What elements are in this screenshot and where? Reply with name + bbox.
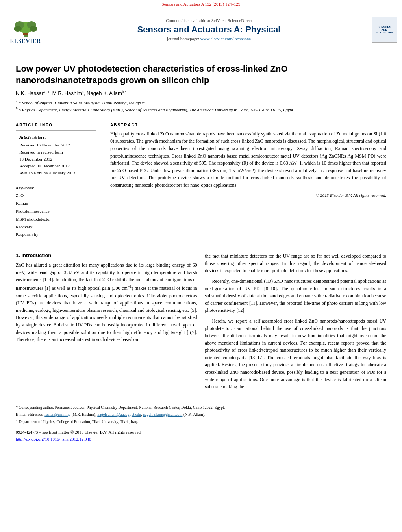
body-right-para-2: Recently, one-dimensional (1D) ZnO nanos… bbox=[205, 278, 387, 314]
author-nageh-allam: Nageh K. Allam bbox=[87, 91, 122, 96]
svg-point-5 bbox=[30, 26, 37, 32]
keyword-responsivity: Responsivity bbox=[16, 231, 96, 239]
received-revised-date: 13 December 2012 bbox=[19, 156, 93, 163]
received-revised-label: Received in revised form bbox=[19, 149, 93, 156]
author-mr-hashim: M.R. Hashim bbox=[52, 91, 82, 96]
svg-rect-6 bbox=[23, 33, 28, 35]
keyword-recovery: Recovery bbox=[16, 223, 96, 231]
elsevier-logo: ELSEVIER bbox=[4, 11, 47, 48]
keyword-zno: ZnO bbox=[16, 192, 96, 200]
intro-para-1: ZnO has allured a great attention for ma… bbox=[16, 261, 197, 343]
journal-homepage: journal homepage: www.elsevier.com/locat… bbox=[51, 36, 367, 41]
keyword-raman: Raman bbox=[16, 200, 96, 208]
abstract-heading: ABSTRACT bbox=[110, 123, 386, 127]
affiliations: a a School of Physics, Universiti Sains … bbox=[16, 99, 386, 113]
body-right-text: the fact that miniature detectors for th… bbox=[205, 252, 387, 391]
homepage-link[interactable]: www.elsevier.com/locate/sna bbox=[200, 36, 251, 41]
keywords-label: Keywords: bbox=[16, 185, 96, 190]
body-right-para-1: the fact that miniature detectors for th… bbox=[205, 252, 387, 274]
keywords-list: ZnO Raman Photoluminescence MSM photodet… bbox=[16, 192, 96, 239]
footnote-1: 1 Department of Physics, College of Educ… bbox=[16, 419, 386, 424]
divider-2 bbox=[16, 245, 386, 245]
email-nageh-auc[interactable]: nageh.allam@aucegypt.edu bbox=[97, 412, 141, 417]
authors-line: N.K. Hassana,1, M.R. Hashima, Nageh K. A… bbox=[16, 90, 386, 96]
journal-banner: ELSEVIER Contents lists available at Sci… bbox=[0, 7, 402, 52]
received-date: Received 16 November 2012 bbox=[19, 142, 93, 149]
author-nk-hassan: N.K. Hassan bbox=[16, 91, 44, 96]
divider-1 bbox=[16, 118, 386, 118]
body-right-col: the fact that miniature detectors for th… bbox=[205, 252, 387, 394]
keyword-msm: MSM photodetector bbox=[16, 215, 96, 223]
journal-right-logo: SENSORS AND ACTUATORS bbox=[371, 17, 398, 43]
affiliation-b: b b Physics Department, Energy Materials… bbox=[16, 106, 386, 113]
article-history-box: Article history: Received 16 November 20… bbox=[16, 130, 96, 180]
doi-link[interactable]: http://dx.doi.org/10.1016/j.sna.2012.12.… bbox=[16, 437, 91, 441]
main-content: Low power UV photodetection characterist… bbox=[0, 52, 402, 450]
svg-point-4 bbox=[14, 26, 22, 32]
journal-title: Sensors and Actuators A: Physical bbox=[51, 24, 367, 35]
copyright-line: © 2013 Elsevier B.V. All rights reserved… bbox=[110, 193, 386, 198]
keywords-section: Keywords: ZnO Raman Photoluminescence MS… bbox=[16, 185, 96, 239]
doi-line: http://dx.doi.org/10.1016/j.sna.2012.12.… bbox=[16, 436, 386, 443]
email-nageh-gmail[interactable]: nageh.allam@gmail.com bbox=[143, 412, 182, 417]
affiliation-a: a a School of Physics, Universiti Sains … bbox=[16, 99, 386, 106]
article-title: Low power UV photodetection characterist… bbox=[16, 63, 386, 86]
email-roslan[interactable]: roslan@usm.my bbox=[44, 412, 70, 417]
intro-section-title: 1. Introduction bbox=[16, 252, 197, 258]
article-info-col: ARTICLE INFO Article history: Received 1… bbox=[16, 123, 102, 239]
available-date: Available online 4 January 2013 bbox=[19, 170, 93, 177]
contents-available-line: Contents lists available at SciVerse Sci… bbox=[51, 18, 367, 23]
accepted-date: Accepted 30 December 2012 bbox=[19, 163, 93, 170]
article-info-heading: ARTICLE INFO bbox=[16, 123, 96, 127]
sensors-actuators-logo: SENSORS AND ACTUATORS bbox=[372, 17, 397, 43]
email-line: E-mail addresses: roslan@usm.my (M.R. Ha… bbox=[16, 412, 386, 417]
citation-bar: Sensors and Actuators A 192 (2013) 124–1… bbox=[0, 0, 402, 7]
body-right-para-3: Herein, we report a self-assembled cross… bbox=[205, 317, 387, 391]
corresponding-author-note: * Corresponding author. Permanent addres… bbox=[16, 404, 386, 410]
intro-body-text: ZnO has allured a great attention for ma… bbox=[16, 261, 197, 343]
journal-center: Contents lists available at SciVerse Sci… bbox=[47, 18, 371, 41]
abstract-col: ABSTRACT High-quality cross-linked ZnO n… bbox=[110, 123, 386, 239]
footnotes-area: * Corresponding author. Permanent addres… bbox=[16, 402, 386, 443]
body-left-col: 1. Introduction ZnO has allured a great … bbox=[16, 252, 197, 394]
citation-text: Sensors and Actuators A 192 (2013) 124–1… bbox=[162, 2, 241, 6]
elsevier-label: ELSEVIER bbox=[10, 38, 41, 44]
body-section: 1. Introduction ZnO has allured a great … bbox=[16, 252, 386, 394]
issn-line: 0924-4247/$ – see front matter © 2013 El… bbox=[16, 429, 386, 436]
info-abstract-section: ARTICLE INFO Article history: Received 1… bbox=[16, 123, 386, 239]
abstract-text: High-quality cross-linked ZnO nanorods/n… bbox=[110, 130, 386, 189]
article-history-label: Article history: bbox=[19, 134, 93, 141]
elsevier-tree-icon bbox=[8, 14, 43, 37]
keyword-photoluminescence: Photoluminescence bbox=[16, 208, 96, 215]
